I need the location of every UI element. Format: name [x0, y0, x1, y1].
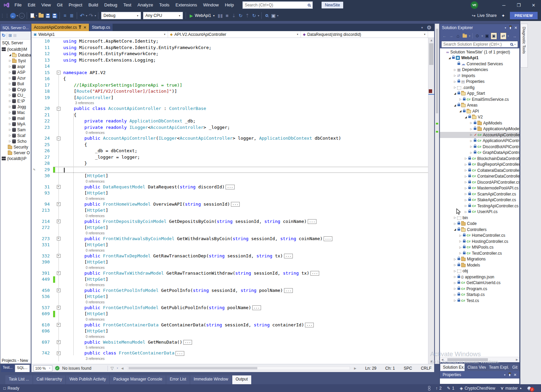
breadcrumb-member[interactable]: ◆ DataRequest(string discordId)▾ — [301, 31, 428, 38]
outline-margin[interactable]: − — [55, 106, 62, 112]
undo-button[interactable]: ↶ — [79, 11, 86, 20]
collapsed-region-box[interactable]: ... — [305, 323, 314, 327]
solution-tree-item[interactable]: ∞Solution 'NewSite' (1 of 1 project) — [440, 49, 519, 55]
collapse-all-icon[interactable]: ▣ — [484, 33, 490, 39]
solution-tree-item[interactable]: ▷C#HomeController.cs — [440, 233, 519, 239]
expander-collapsed-icon[interactable]: ▷ — [458, 98, 463, 101]
fold-plus-icon[interactable]: + — [57, 306, 61, 309]
fold-plus-icon[interactable]: + — [57, 323, 61, 327]
bottom-tab-output[interactable]: Output — [232, 375, 251, 384]
sql-tree-item[interactable]: ▷CU_ — [0, 92, 31, 98]
outline-margin[interactable] — [55, 225, 62, 231]
fold-minus-icon[interactable]: − — [57, 71, 61, 74]
hscroll-right-icon[interactable]: ▶ — [354, 367, 356, 370]
gear-icon[interactable]: ⚙ — [427, 24, 431, 31]
solution-tree-item[interactable]: ▷C#Program.cs — [440, 286, 519, 292]
switch-views-icon[interactable] — [462, 33, 468, 39]
outline-margin[interactable]: + — [55, 322, 62, 328]
menu-debug[interactable]: Debug — [101, 0, 120, 10]
expander-collapsed-icon[interactable]: ▷ — [464, 187, 468, 190]
expander-collapsed-icon[interactable]: ▷ — [8, 99, 12, 102]
expander-collapsed-icon[interactable]: ▷ — [458, 240, 463, 243]
bottom-tab-call-hierarchy[interactable]: Call Hierarchy — [33, 375, 65, 384]
code-line[interactable]: 391+public FrontRawTxWithdrawModel GetRa… — [31, 270, 428, 277]
fold-minus-icon[interactable]: − — [57, 137, 61, 140]
code-line[interactable]: 25{ — [31, 142, 428, 148]
codelens-references[interactable]: 0 references — [31, 131, 428, 135]
sql-tree-item[interactable]: ▷Mac — [0, 110, 31, 115]
collapsed-region-box[interactable]: ... — [226, 185, 234, 189]
expander-expanded-icon[interactable]: ◢ — [8, 53, 12, 56]
code-line[interactable]: 536[HttpGet] — [31, 294, 428, 300]
find-in-code-icon[interactable] — [263, 11, 270, 20]
menu-project[interactable]: Project — [66, 0, 85, 10]
sql-tree-item[interactable]: ▷MyA — [0, 121, 31, 127]
solution-tree-item[interactable]: ▷C#UserAPI.cs — [440, 209, 519, 215]
codelens-references[interactable]: 0 references — [31, 248, 428, 253]
solution-tree-item[interactable]: ▷.config — [440, 85, 519, 91]
sql-projects-label[interactable]: Projects - New — [0, 358, 31, 364]
user-avatar[interactable]: VE — [471, 1, 478, 9]
outline-margin[interactable] — [55, 242, 62, 248]
outline-margin[interactable]: + — [55, 339, 62, 346]
expander-collapsed-icon[interactable]: ▷ — [453, 74, 457, 77]
outline-margin[interactable] — [55, 142, 62, 148]
expander-collapsed-icon[interactable]: ▷ — [453, 275, 457, 278]
solution-tree-item[interactable]: ▷C#TestingApiController.cs — [440, 203, 519, 209]
expander-collapsed-icon[interactable]: ▷ — [8, 122, 12, 125]
solution-tree-item[interactable]: ◢Controllers — [440, 227, 519, 233]
solution-tree-item[interactable]: ▷Migrations — [440, 256, 519, 262]
code-line[interactable]: 697+public WebsiteMenuModel GetMenuData(… — [31, 339, 428, 346]
close-icon[interactable]: ✕ — [514, 373, 517, 377]
fold-plus-icon[interactable]: + — [57, 271, 61, 275]
restart-icon[interactable]: ↻ — [237, 11, 244, 20]
navigate-forward-button[interactable]: → — [18, 11, 25, 20]
expander-collapsed-icon[interactable]: ▷ — [464, 163, 468, 166]
breadcrumb-type[interactable]: ◆ API.V2.AccountApiController▾ — [168, 31, 301, 38]
bottom-tab-task-list-[interactable]: Task List ... — [5, 375, 32, 384]
indent-icon[interactable]: ≣ — [68, 11, 75, 20]
sql-tree-item[interactable]: (localdb)\M — [0, 46, 31, 52]
quick-search-input[interactable]: Search (Ctrl+Q) — [242, 1, 313, 9]
outline-margin[interactable] — [55, 88, 62, 95]
code-area[interactable]: 10using Microsoft.AspNetCore.Identity;11… — [31, 38, 434, 364]
codelens-references[interactable]: 0 references — [31, 335, 428, 339]
outline-margin[interactable] — [55, 38, 62, 45]
outline-margin[interactable] — [55, 207, 62, 214]
save-all-button[interactable] — [51, 11, 58, 20]
solution-tree-item[interactable]: ▷C#StakeApiController.cs — [440, 197, 519, 203]
solution-tree-item[interactable]: ▷⇄Imports — [440, 73, 519, 79]
outline-margin[interactable] — [55, 160, 62, 167]
expander-collapsed-icon[interactable]: ▷ — [8, 140, 12, 143]
outline-margin[interactable] — [55, 63, 62, 70]
codelens-references[interactable]: 3 references — [31, 356, 428, 361]
solution-tree-item[interactable]: ▷C#MNPools.cs — [440, 245, 519, 251]
editor-vertical-scrollbar[interactable]: ▲ ▼ — [428, 38, 434, 364]
zoom-dropdown[interactable]: 100 %▾ — [33, 365, 52, 371]
sql-panel-title[interactable]: SQL Server O... — [0, 24, 31, 31]
outline-margin[interactable]: − — [55, 135, 62, 142]
solution-tree-item[interactable]: ▷▤Properties — [440, 79, 519, 85]
fold-plus-icon[interactable]: + — [57, 340, 61, 344]
outline-margin[interactable]: + — [55, 350, 62, 356]
pin-icon[interactable] — [509, 374, 510, 376]
code-line[interactable]: 23private readonly ILogger<AccountApiCon… — [31, 124, 428, 131]
expander-collapsed-icon[interactable]: ▷ — [453, 270, 457, 273]
expander-collapsed-icon[interactable]: ▷ — [469, 121, 473, 124]
solution-tree-item[interactable]: ▷C#DiscordAPIController.cs — [440, 179, 519, 185]
expander-collapsed-icon[interactable]: ▷ — [469, 151, 473, 154]
scroll-down-icon[interactable]: ▼ — [428, 360, 434, 363]
codelens-references[interactable]: 5 references — [31, 345, 428, 350]
expander-collapsed-icon[interactable]: ▷ — [453, 293, 457, 296]
window-menu-icon[interactable]: ▾ — [505, 26, 506, 29]
sync-with-active-document-icon[interactable]: ⇄ — [500, 33, 506, 39]
code-line[interactable]: 11using Microsoft.AspNetCore.Identity.En… — [31, 45, 428, 51]
show-all-files-icon[interactable]: ▣ — [491, 33, 497, 39]
expander-collapsed-icon[interactable]: ▷ — [453, 281, 457, 284]
solution-tree-item[interactable]: ▷✓C#AccountApiController.cs — [440, 132, 519, 138]
refresh-icon[interactable]: ↻ — [2, 33, 5, 38]
solution-tree-item[interactable]: ◢API — [440, 108, 519, 114]
outline-margin[interactable] — [55, 95, 62, 101]
code-line[interactable]: 93[HttpGet] — [31, 190, 428, 197]
expander-collapsed-icon[interactable]: ▷ — [453, 263, 457, 267]
